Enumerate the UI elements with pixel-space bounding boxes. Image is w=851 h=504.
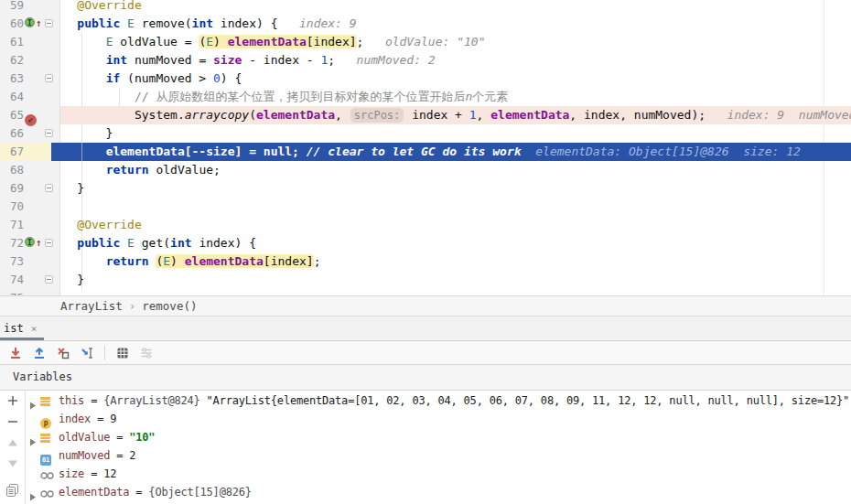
equals-sign: = (84, 467, 103, 480)
code-text: elementData[--size] = null; // clear to … (48, 143, 801, 161)
code-line-60: 60I↑ public E remove(int index) { index:… (0, 15, 851, 33)
code-segment: index: 9 numMoved: 2 (706, 108, 851, 122)
code-text: @Override (48, 216, 142, 234)
line-number: 64 (0, 88, 24, 106)
code-text: } (48, 271, 84, 289)
clear-icon[interactable] (53, 344, 73, 362)
code-segment: index) { (213, 16, 277, 30)
code-segment (48, 16, 77, 30)
code-line-71: 71 @Override (0, 216, 851, 234)
override-method-icon[interactable]: I↑ (25, 237, 42, 250)
table-view-icon[interactable] (113, 344, 133, 362)
code-segment: @Override (48, 0, 142, 12)
code-line-73: 73 return (E) elementData[index]; (0, 252, 851, 271)
remove-watch-button[interactable] (5, 415, 21, 429)
expand-arrow-icon[interactable] (29, 488, 37, 504)
code-text: return oldValue; (48, 161, 221, 179)
highlighted-expression: (E) elementData[index] (199, 35, 356, 48)
code-segment: } (48, 273, 84, 286)
code-text: int numMoved = size - index - 1; numMove… (48, 51, 436, 70)
code-segment (48, 236, 77, 250)
equals-sign: = (110, 449, 129, 462)
debug-toolbar (0, 341, 851, 365)
code-line-59: 59 @Override (0, 0, 851, 15)
code-segment (120, 16, 127, 30)
code-segment: elementData (185, 254, 264, 268)
code-segment: } (48, 181, 84, 195)
step-out-icon[interactable] (29, 344, 49, 362)
code-text: } (48, 179, 84, 198)
code-text: @Override (48, 0, 142, 15)
run-to-cursor-icon[interactable] (77, 344, 97, 362)
move-down-button[interactable] (5, 456, 21, 470)
code-line-70: 70 (0, 198, 851, 216)
duplicate-button[interactable] (5, 483, 21, 497)
variable-value: {ArrayList@824} (103, 394, 206, 407)
variable-name: oldValue (59, 431, 110, 444)
move-up-button[interactable] (5, 436, 21, 450)
add-watch-button[interactable] (5, 394, 21, 408)
code-segment: index: 9 (278, 16, 357, 30)
code-segment: , (335, 108, 350, 122)
code-line-66: 66 } (0, 124, 851, 143)
code-segment: , (477, 108, 491, 122)
code-segment: get( (135, 236, 170, 250)
code-segment: remove( (135, 16, 192, 30)
line-number: 73 (0, 252, 24, 271)
code-line-72: 72I↑ public E get(int index) { (0, 234, 851, 252)
equals-sign: = (84, 394, 103, 407)
code-segment: ) (170, 254, 185, 268)
code-text: public E get(int index) { (48, 234, 256, 252)
code-segment: return (106, 163, 149, 177)
code-segment: E (127, 236, 135, 250)
variable-row[interactable]: size = 12 (26, 465, 851, 483)
code-editor[interactable]: 59 @Override60I↑ public E remove(int ind… (0, 0, 851, 295)
code-segment: int (170, 236, 191, 250)
line-number: 59 (0, 0, 24, 15)
code-line-62: 62 int numMoved = size - index - 1; numM… (0, 51, 851, 70)
variable-row[interactable]: 01numMoved = 2 (26, 446, 851, 465)
force-step-into-icon[interactable] (5, 344, 26, 362)
debug-tab-bar: ist× (0, 316, 851, 341)
override-method-icon[interactable]: I↑ (25, 17, 42, 30)
code-line-61: 61 E oldValue = (E) elementData[index]; … (0, 33, 851, 51)
variable-row[interactable]: pindex = 9 (26, 410, 851, 428)
code-line-68: 68 return oldValue; (0, 161, 851, 179)
variable-name: numMoved (59, 449, 110, 462)
code-segment: 1 (469, 108, 477, 122)
close-icon[interactable]: × (31, 323, 38, 335)
breadcrumb-item[interactable]: ArrayList (60, 299, 123, 313)
variable-name: size (59, 467, 84, 480)
code-segment (48, 163, 106, 177)
layout-settings-icon[interactable] (136, 344, 156, 362)
code-segment: oldValue = (113, 35, 199, 48)
line-number: 65 (0, 106, 24, 124)
code-line-63: 63 if (numMoved > 0) { (0, 70, 851, 88)
code-segment (48, 145, 106, 158)
code-segment: return (106, 254, 149, 268)
line-number: 69 (0, 179, 24, 198)
equals-sign: = (110, 431, 129, 444)
code-text: if (numMoved > 0) { (48, 70, 242, 88)
variable-row[interactable]: oldValue = "10" (26, 428, 851, 446)
code-segment: ) { (221, 71, 242, 85)
code-segment: elementData (228, 35, 307, 48)
breadcrumb-item[interactable]: remove() (142, 299, 197, 313)
code-segment: elementData: Object[15]@826 size: 12 (522, 145, 801, 158)
code-segment: index + (404, 108, 469, 122)
code-segment (48, 254, 106, 268)
code-line-65: 65✔ System.arraycopy(elementData, srcPos… (0, 106, 851, 124)
variable-value: 12 (103, 467, 116, 480)
ide-debug-screen: 59 @Override60I↑ public E remove(int ind… (0, 0, 851, 504)
code-segment: E (163, 254, 170, 268)
line-number: 68 (0, 161, 24, 179)
variables-tree[interactable]: this = {ArrayList@824} "ArrayList{elemen… (26, 391, 851, 504)
code-segment: if (106, 71, 121, 85)
code-segment: ( (249, 108, 256, 122)
breakpoint-verified-icon[interactable]: ✔ (25, 109, 37, 122)
variable-row[interactable]: elementData = {Object[15]@826} (26, 483, 851, 501)
code-line-64: 64 // 从原始数组的某个位置，拷贝到目标对象的某个位置开始后n个元素 (0, 88, 851, 106)
code-segment: public (77, 236, 120, 250)
breadcrumb-separator: › (129, 299, 136, 313)
variable-row[interactable]: this = {ArrayList@824} "ArrayList{elemen… (26, 391, 851, 410)
